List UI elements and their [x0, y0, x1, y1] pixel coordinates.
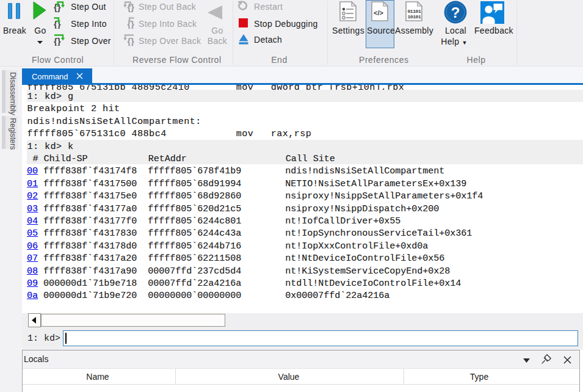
- svg-text:01101: 01101: [407, 9, 421, 14]
- svg-text:?: ?: [451, 4, 460, 21]
- svg-text:{}: {}: [127, 19, 134, 29]
- svg-text:10101: 10101: [407, 14, 421, 20]
- svg-text:{}: {}: [54, 36, 61, 46]
- svg-text:{}: {}: [127, 36, 134, 46]
- svg-text:</>: </>: [374, 9, 383, 16]
- svg-text:{}: {}: [54, 19, 61, 29]
